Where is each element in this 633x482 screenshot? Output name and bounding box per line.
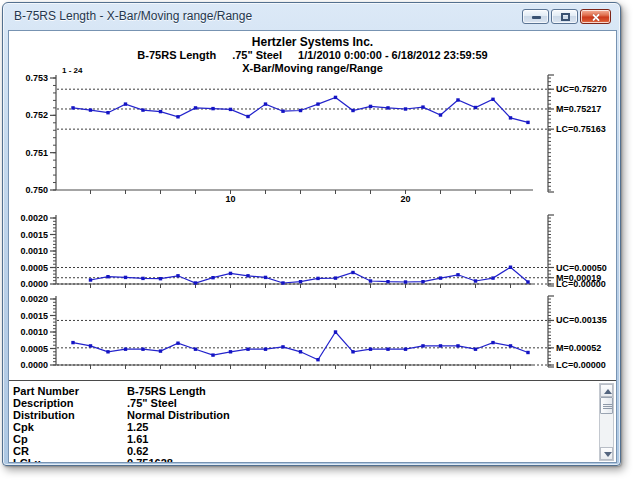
- moving-range-data-point[interactable]: [404, 280, 407, 283]
- scrollbar[interactable]: [599, 383, 614, 461]
- stat-row: Cp1.61: [9, 433, 616, 445]
- moving-range-data-point[interactable]: [474, 279, 477, 282]
- moving-range-data-point[interactable]: [351, 271, 354, 274]
- moving-range-data-point[interactable]: [89, 278, 92, 281]
- range-data-point[interactable]: [316, 358, 319, 361]
- xbar-data-point[interactable]: [421, 105, 424, 108]
- stat-row: Part NumberB-75RS Length: [9, 385, 616, 397]
- moving-range-data-point[interactable]: [124, 276, 127, 279]
- scroll-down-button[interactable]: [600, 447, 613, 460]
- range-data-point[interactable]: [421, 344, 424, 347]
- xbar-data-point[interactable]: [124, 102, 127, 105]
- moving-range-data-point[interactable]: [176, 274, 179, 277]
- range-data-point[interactable]: [281, 345, 284, 348]
- range-data-point[interactable]: [246, 348, 249, 351]
- y-tick-label: 0.0005: [20, 344, 48, 354]
- range-data-point[interactable]: [176, 342, 179, 345]
- range-data-point[interactable]: [404, 348, 407, 351]
- moving-range-data-point[interactable]: [456, 273, 459, 276]
- moving-range-data-point[interactable]: [264, 276, 267, 279]
- moving-range-data-point[interactable]: [281, 281, 284, 284]
- range-data-point[interactable]: [211, 353, 214, 356]
- range-data-point[interactable]: [526, 351, 529, 354]
- range-data-point[interactable]: [334, 330, 337, 333]
- upper-control-line-label: UC=0.00050: [556, 263, 607, 273]
- xbar-data-point[interactable]: [229, 108, 232, 111]
- moving-range-data-point[interactable]: [141, 277, 144, 280]
- xbar-data-point[interactable]: [334, 96, 337, 99]
- range-data-point[interactable]: [491, 341, 494, 344]
- xbar-data-point[interactable]: [439, 113, 442, 116]
- range-data-point[interactable]: [106, 350, 109, 353]
- stat-value: 0.62: [127, 445, 148, 457]
- range-data-point[interactable]: [299, 350, 302, 353]
- scroll-up-button[interactable]: [600, 384, 613, 397]
- xbar-data-point[interactable]: [211, 107, 214, 110]
- range-data-point[interactable]: [509, 344, 512, 347]
- moving-range-data-point[interactable]: [316, 277, 319, 280]
- moving-range-data-point[interactable]: [299, 280, 302, 283]
- moving-range-data-point[interactable]: [211, 276, 214, 279]
- maximize-button[interactable]: [551, 9, 578, 24]
- moving-range-data-point[interactable]: [159, 277, 162, 280]
- xbar-data-point[interactable]: [106, 111, 109, 114]
- scroll-thumb[interactable]: [600, 397, 613, 414]
- range-data-point[interactable]: [229, 350, 232, 353]
- close-button[interactable]: [580, 9, 611, 24]
- app-window: B-75RS Length - X-Bar/Moving range/Range…: [2, 2, 621, 466]
- xbar-data-point[interactable]: [474, 106, 477, 109]
- moving-range-data-point[interactable]: [509, 266, 512, 269]
- xbar-data-point[interactable]: [456, 98, 459, 101]
- range-data-point[interactable]: [71, 341, 74, 344]
- moving-range-data-point[interactable]: [106, 275, 109, 278]
- y-tick-label: 0.753: [25, 73, 48, 83]
- range-data-point[interactable]: [474, 348, 477, 351]
- moving-range-data-point[interactable]: [334, 276, 337, 279]
- range-data-point[interactable]: [369, 348, 372, 351]
- minimize-button[interactable]: [522, 9, 549, 24]
- xbar-data-point[interactable]: [176, 115, 179, 118]
- xbar-data-point[interactable]: [246, 115, 249, 118]
- range-data-point[interactable]: [456, 344, 459, 347]
- xbar-data-point[interactable]: [89, 108, 92, 111]
- moving-range-data-point[interactable]: [246, 274, 249, 277]
- y-tick-label: 0.0010: [20, 327, 48, 337]
- moving-range-data-point[interactable]: [439, 276, 442, 279]
- range-data-point[interactable]: [194, 348, 197, 351]
- xbar-data-point[interactable]: [526, 121, 529, 124]
- range-data-point[interactable]: [351, 350, 354, 353]
- range-data-point[interactable]: [264, 348, 267, 351]
- upper-control-line-label: UC=0.75270: [556, 84, 607, 94]
- moving-range-data-point[interactable]: [369, 279, 372, 282]
- xbar-data-point[interactable]: [281, 110, 284, 113]
- range-data-point[interactable]: [141, 348, 144, 351]
- xbar-data-point[interactable]: [71, 106, 74, 109]
- xbar-data-point[interactable]: [386, 106, 389, 109]
- xbar-data-point[interactable]: [369, 105, 372, 108]
- xbar-data-point[interactable]: [141, 108, 144, 111]
- xbar-data-point[interactable]: [264, 102, 267, 105]
- range-data-point[interactable]: [89, 344, 92, 347]
- moving-range-data-point[interactable]: [421, 280, 424, 283]
- xbar-data-point[interactable]: [159, 110, 162, 113]
- moving-range-data-point[interactable]: [526, 280, 529, 283]
- moving-range-data-point[interactable]: [194, 281, 197, 284]
- xbar-data-point[interactable]: [299, 109, 302, 112]
- window-titlebar[interactable]: B-75RS Length - X-Bar/Moving range/Range: [3, 3, 620, 29]
- statistics-panel: Part NumberB-75RS LengthDescription.75" …: [9, 380, 616, 463]
- xbar-data-point[interactable]: [404, 107, 407, 110]
- range-data-point[interactable]: [124, 348, 127, 351]
- moving-range-data-point[interactable]: [491, 276, 494, 279]
- xbar-data-point[interactable]: [351, 109, 354, 112]
- xbar-data-point[interactable]: [491, 98, 494, 101]
- moving-range-data-point[interactable]: [386, 280, 389, 283]
- range-data-point[interactable]: [386, 348, 389, 351]
- statistics-rows: Part NumberB-75RS LengthDescription.75" …: [9, 385, 616, 463]
- moving-range-data-point[interactable]: [229, 272, 232, 275]
- stat-value: Normal Distribution: [127, 409, 230, 421]
- xbar-data-point[interactable]: [509, 116, 512, 119]
- xbar-data-point[interactable]: [316, 102, 319, 105]
- range-data-point[interactable]: [439, 344, 442, 347]
- xbar-data-point[interactable]: [194, 106, 197, 109]
- range-data-point[interactable]: [159, 349, 162, 352]
